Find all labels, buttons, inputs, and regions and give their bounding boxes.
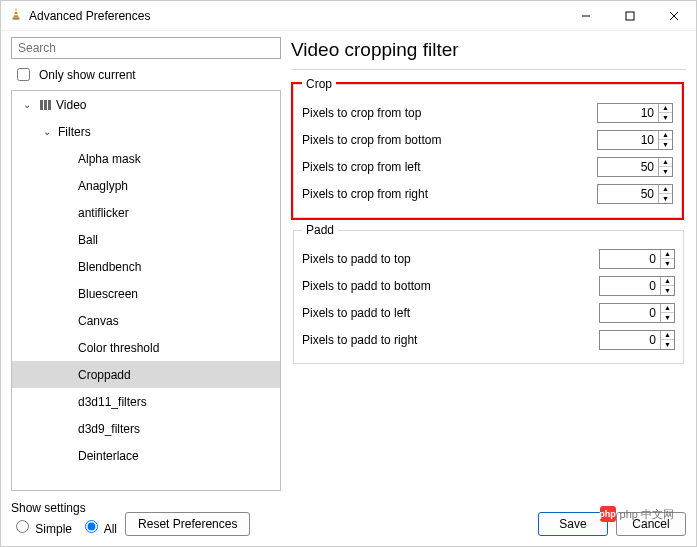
crop-spinbox[interactable]: ▲▼ (597, 103, 673, 123)
tree-item-video[interactable]: ⌄Video (12, 91, 280, 118)
svg-rect-3 (14, 14, 18, 15)
preferences-tree[interactable]: ⌄Video⌄FiltersAlpha maskAnaglyphantiflic… (11, 90, 281, 491)
radio-all-row[interactable]: All (80, 517, 117, 536)
tree-item-label: Color threshold (78, 341, 159, 355)
tree-item-label: Croppadd (78, 368, 131, 382)
page-title: Video cropping filter (291, 37, 686, 70)
spin-down-icon[interactable]: ▼ (659, 167, 672, 176)
tree-item-label: d3d11_filters (78, 395, 147, 409)
spin-down-icon[interactable]: ▼ (661, 286, 674, 295)
spin-arrows[interactable]: ▲▼ (660, 331, 674, 349)
spin-up-icon[interactable]: ▲ (661, 250, 674, 260)
chevron-down-icon: ⌄ (40, 126, 54, 137)
spin-up-icon[interactable]: ▲ (659, 185, 672, 195)
search-input[interactable] (11, 37, 281, 59)
padd-input[interactable] (600, 277, 660, 295)
crop-field-label: Pixels to crop from right (302, 187, 597, 201)
crop-input[interactable] (598, 158, 658, 176)
tree-item-ball[interactable]: Ball (12, 226, 280, 253)
svg-rect-1 (13, 18, 20, 20)
tree-item-deinterlace[interactable]: Deinterlace (12, 442, 280, 469)
spin-up-icon[interactable]: ▲ (659, 104, 672, 114)
spin-up-icon[interactable]: ▲ (659, 158, 672, 168)
spin-up-icon[interactable]: ▲ (659, 131, 672, 141)
svg-rect-9 (44, 100, 47, 110)
tree-item-blendbench[interactable]: Blendbench (12, 253, 280, 280)
padd-field-label: Pixels to padd to left (302, 306, 599, 320)
tree-item-label: antiflicker (78, 206, 129, 220)
crop-field-label: Pixels to crop from left (302, 160, 597, 174)
tree-item-anaglyph[interactable]: Anaglyph (12, 172, 280, 199)
only-show-current-row[interactable]: Only show current (11, 59, 281, 90)
save-button[interactable]: Save (538, 512, 608, 536)
tree-item-color-threshold[interactable]: Color threshold (12, 334, 280, 361)
padd-input[interactable] (600, 331, 660, 349)
spin-arrows[interactable]: ▲▼ (660, 277, 674, 295)
crop-legend: Crop (302, 77, 336, 91)
window-title: Advanced Preferences (29, 9, 150, 23)
tree-item-label: Canvas (78, 314, 119, 328)
spin-down-icon[interactable]: ▼ (661, 313, 674, 322)
crop-input[interactable] (598, 185, 658, 203)
close-button[interactable] (652, 1, 696, 31)
padd-spinbox[interactable]: ▲▼ (599, 303, 675, 323)
tree-item-alpha-mask[interactable]: Alpha mask (12, 145, 280, 172)
tree-item-canvas[interactable]: Canvas (12, 307, 280, 334)
svg-rect-8 (40, 100, 43, 110)
crop-spinbox[interactable]: ▲▼ (597, 130, 673, 150)
crop-field-row: Pixels to crop from right▲▼ (302, 180, 673, 207)
crop-input[interactable] (598, 104, 658, 122)
spin-arrows[interactable]: ▲▼ (660, 250, 674, 268)
padd-spinbox[interactable]: ▲▼ (599, 276, 675, 296)
reset-preferences-button[interactable]: Reset Preferences (125, 512, 250, 536)
tree-item-label: Video (56, 98, 86, 112)
padd-field-row: Pixels to padd to top▲▼ (302, 245, 675, 272)
padd-spinbox[interactable]: ▲▼ (599, 330, 675, 350)
padd-field-row: Pixels to padd to left▲▼ (302, 299, 675, 326)
tree-item-d3d9-filters[interactable]: d3d9_filters (12, 415, 280, 442)
padd-spinbox[interactable]: ▲▼ (599, 249, 675, 269)
cancel-button[interactable]: Cancel (616, 512, 686, 536)
spin-down-icon[interactable]: ▼ (659, 113, 672, 122)
show-settings-label: Show settings (11, 501, 117, 515)
spin-down-icon[interactable]: ▼ (659, 194, 672, 203)
padd-input[interactable] (600, 304, 660, 322)
padd-field-label: Pixels to padd to top (302, 252, 599, 266)
crop-field-row: Pixels to crop from top▲▼ (302, 99, 673, 126)
spin-up-icon[interactable]: ▲ (661, 331, 674, 341)
spin-arrows[interactable]: ▲▼ (658, 158, 672, 176)
svg-marker-0 (13, 8, 18, 18)
crop-field-row: Pixels to crop from bottom▲▼ (302, 126, 673, 153)
spin-arrows[interactable]: ▲▼ (660, 304, 674, 322)
tree-item-label: Blendbench (78, 260, 141, 274)
tree-item-label: d3d9_filters (78, 422, 140, 436)
crop-spinbox[interactable]: ▲▼ (597, 157, 673, 177)
crop-spinbox[interactable]: ▲▼ (597, 184, 673, 204)
tree-item-bluescreen[interactable]: Bluescreen (12, 280, 280, 307)
spin-down-icon[interactable]: ▼ (661, 259, 674, 268)
radio-all[interactable] (85, 520, 98, 533)
spin-down-icon[interactable]: ▼ (659, 140, 672, 149)
spin-arrows[interactable]: ▲▼ (658, 131, 672, 149)
radio-simple[interactable] (16, 520, 29, 533)
spin-arrows[interactable]: ▲▼ (658, 185, 672, 203)
spin-up-icon[interactable]: ▲ (661, 304, 674, 314)
tree-item-croppadd[interactable]: Croppadd (12, 361, 280, 388)
spin-up-icon[interactable]: ▲ (661, 277, 674, 287)
svg-rect-5 (626, 12, 634, 20)
crop-field-label: Pixels to crop from top (302, 106, 597, 120)
only-show-current-checkbox[interactable] (17, 68, 30, 81)
tree-item-antiflicker[interactable]: antiflicker (12, 199, 280, 226)
spin-arrows[interactable]: ▲▼ (658, 104, 672, 122)
video-icon (38, 99, 56, 111)
tree-item-label: Bluescreen (78, 287, 138, 301)
tree-item-filters[interactable]: ⌄Filters (12, 118, 280, 145)
crop-input[interactable] (598, 131, 658, 149)
minimize-button[interactable] (564, 1, 608, 31)
radio-simple-row[interactable]: Simple (11, 517, 72, 536)
spin-down-icon[interactable]: ▼ (661, 340, 674, 349)
tree-item-d3d11-filters[interactable]: d3d11_filters (12, 388, 280, 415)
padd-legend: Padd (302, 223, 338, 237)
padd-input[interactable] (600, 250, 660, 268)
maximize-button[interactable] (608, 1, 652, 31)
